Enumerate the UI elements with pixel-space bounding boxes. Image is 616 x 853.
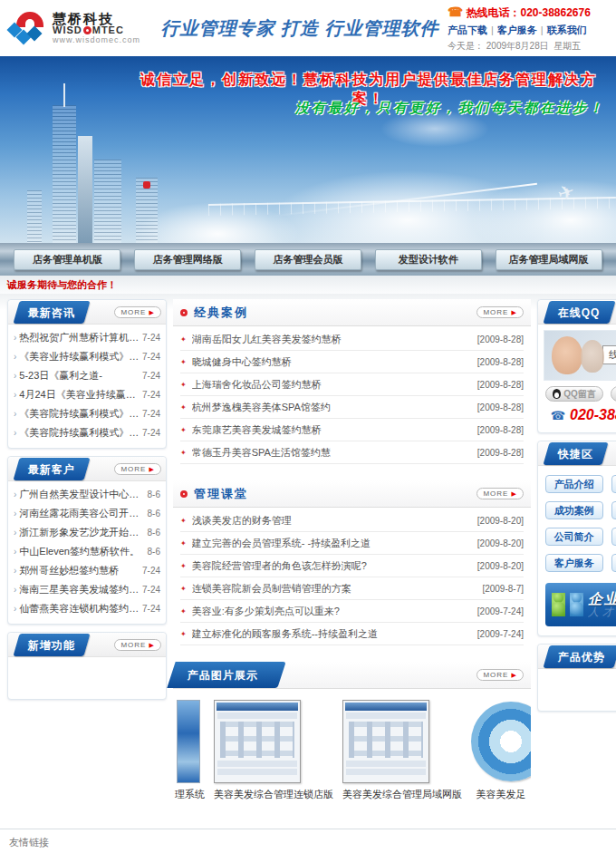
product-thumb[interactable]: 理系统 bbox=[175, 700, 205, 801]
client-item[interactable]: › 中山Eleven签约慧桥软件。 8-6 bbox=[10, 542, 164, 561]
qq-message-button[interactable]: QQ留言 bbox=[611, 386, 616, 402]
phone-icon: ☎ bbox=[551, 409, 565, 422]
classroom-item[interactable]: ✦ 连锁美容院新会员制营销管理的方案 [2009-8-7] bbox=[180, 577, 524, 600]
hero-banner: ✈ 诚信立足，创新致远！慧桥科技为用户提供最佳店务管理解决方案！ 没有最好，只有… bbox=[0, 56, 616, 243]
logo-url: www.wisdomec.com bbox=[53, 36, 140, 44]
hotline: ☎热线电话：020-38862676 bbox=[448, 5, 609, 21]
cases-more-button[interactable]: MORE ▶ bbox=[476, 306, 524, 318]
nav-button[interactable]: 店务管理单机版 bbox=[14, 249, 120, 270]
service-photo: 线上咨询 bbox=[544, 330, 616, 381]
client-item[interactable]: › 海南三星美容美发城签约慧桥 7-24 bbox=[10, 580, 164, 599]
classroom-item[interactable]: ✦ 建立标准化的顾客服务系统--持续盈利之道 [2009-7-24] bbox=[180, 623, 524, 645]
product-image bbox=[177, 700, 200, 783]
quick-button[interactable]: 行业咨讯 bbox=[611, 528, 616, 546]
bullet-icon: ✦ bbox=[180, 426, 187, 434]
product-image bbox=[471, 700, 531, 783]
news-item[interactable]: › 5-23日《赢利之道- 7-24 bbox=[10, 366, 164, 385]
top-links: 产品下载|客户服务|联系我们| bbox=[448, 24, 609, 37]
classroom-item[interactable]: ✦ 美容业:有多少策划亮点可以重来? [2009-7-24] bbox=[180, 600, 524, 623]
bullet-icon: ✦ bbox=[180, 403, 187, 412]
product-thumb[interactable]: 美容美发足 bbox=[471, 700, 531, 801]
gallery-more-button[interactable]: MORE ▶ bbox=[476, 669, 524, 681]
logo-cn: 慧桥科技 bbox=[53, 12, 140, 26]
news-item[interactable]: › 4月24日《美容业持续赢利模式 7-24 bbox=[10, 385, 164, 404]
more-arrow-icon: ▶ bbox=[149, 642, 155, 648]
quick-button[interactable]: 管理课堂 bbox=[611, 501, 616, 519]
quick-button[interactable]: 客户服务 bbox=[545, 554, 603, 572]
product-gallery-section: 产品图片展示 MORE ▶ 理系统 美容美发综合管理连锁店版 bbox=[173, 662, 531, 810]
cases-section: 经典案例 MORE ▶ ✦ 湖南岳阳女儿红美容美发签约慧桥 [2009-8-28… bbox=[173, 299, 531, 471]
clients-tab: 最新客户 bbox=[13, 458, 90, 480]
recruit-banner[interactable]: 企业招聘 人才招聘 bbox=[545, 583, 616, 626]
product-image bbox=[214, 700, 301, 783]
bullet-icon: › bbox=[14, 490, 16, 499]
nav-button[interactable]: 店务管理局域网版 bbox=[496, 249, 602, 270]
bullet-icon: › bbox=[14, 428, 16, 438]
today-date: 今天是： 2009年8月28日 星期五 bbox=[448, 40, 609, 53]
quick-button[interactable]: 产品介绍 bbox=[545, 475, 603, 493]
nav-button[interactable]: 发型设计软件 bbox=[375, 249, 482, 270]
pawn-icon bbox=[570, 593, 583, 616]
logo-icon bbox=[7, 10, 47, 46]
quick-button[interactable]: 公司简介 bbox=[545, 528, 603, 546]
cases-title: 经典案例 bbox=[194, 305, 248, 321]
online-qq-box: 在线QQ 线上咨询 QQ留言 QQ留言 ☎ 020-38868779 bbox=[537, 299, 616, 433]
clients-more-button[interactable]: MORE ▶ bbox=[114, 463, 161, 475]
more-arrow-icon: ▶ bbox=[149, 466, 155, 472]
client-item[interactable]: › 浙江新形象发艺沙龙开始使用慧桥 8-6 bbox=[10, 523, 164, 542]
quick-button[interactable]: 产品下载 bbox=[611, 475, 616, 493]
ring-icon bbox=[180, 309, 188, 316]
bullet-icon: › bbox=[14, 333, 16, 343]
gallery-tab: 产品图片展示 bbox=[167, 662, 285, 688]
bullet-icon: ✦ bbox=[180, 630, 187, 638]
classroom-more-button[interactable]: MORE ▶ bbox=[476, 488, 524, 499]
case-item[interactable]: ✦ 东莞康艺美容美发城签约慧桥 [2009-8-28] bbox=[180, 419, 524, 441]
quick-area-box: 快捷区 产品介绍产品下载成功案例管理课堂公司简介行业咨讯客户服务代理合作 企业招… bbox=[537, 441, 616, 636]
bullet-icon: ✦ bbox=[180, 585, 187, 593]
client-item[interactable]: › 广州自然美发型设计中心开始使用 8-6 bbox=[10, 485, 164, 504]
bullet-icon: ✦ bbox=[180, 562, 187, 570]
product-nav: 店务管理单机版店务管理网络版店务管理会员版发型设计软件店务管理局域网版 bbox=[0, 243, 616, 276]
top-link[interactable]: 产品下载 bbox=[448, 24, 487, 35]
qq-message-button[interactable]: QQ留言 bbox=[545, 386, 603, 402]
news-item[interactable]: › 《美容院持续赢利模式》佛山会议 7-24 bbox=[10, 404, 164, 423]
qq-penguin-icon bbox=[553, 389, 561, 399]
classroom-item[interactable]: ✦ 浅谈美发店的财务管理 [2009-8-20] bbox=[180, 509, 524, 532]
quick-button[interactable]: 代理合作 bbox=[611, 554, 616, 572]
client-item[interactable]: › 郑州哥丝妙想签约慧桥 7-24 bbox=[10, 561, 164, 580]
bullet-icon: › bbox=[14, 371, 16, 381]
news-item[interactable]: › 《美容业持续赢利模式》东莞会议 7-24 bbox=[10, 347, 164, 366]
news-more-button[interactable]: MORE ▶ bbox=[114, 306, 161, 318]
client-item[interactable]: › 河南丝露花雨美容公司开始使用慧 8-6 bbox=[10, 504, 164, 523]
header-right: ☎热线电话：020-38862676 产品下载|客户服务|联系我们| 今天是： … bbox=[448, 5, 609, 53]
logo[interactable]: 慧桥科技 WISDMTEC www.wisdomec.com bbox=[7, 10, 152, 46]
client-item[interactable]: › 仙蕾燕美容连锁机构签约慧桥 7-24 bbox=[10, 599, 164, 618]
hotline-number: 020-38862676 bbox=[520, 6, 590, 19]
bullet-icon: › bbox=[14, 566, 16, 576]
case-item[interactable]: ✦ 常德玉丹美容SPA生活馆签约慧 [2009-8-28] bbox=[180, 441, 524, 464]
top-link[interactable]: 客户服务 bbox=[497, 24, 537, 35]
case-item[interactable]: ✦ 晓城健身中心签约慧桥 [2009-8-28] bbox=[180, 351, 524, 373]
logo-o-icon bbox=[83, 26, 91, 34]
product-thumb[interactable]: 美容美发综合管理局域网版 bbox=[342, 700, 462, 801]
quick-button[interactable]: 成功案例 bbox=[545, 501, 603, 519]
more-arrow-icon: ▶ bbox=[512, 309, 517, 315]
case-item[interactable]: ✦ 湖南岳阳女儿红美容美发签约慧桥 [2009-8-28] bbox=[180, 328, 524, 351]
pawn-icon bbox=[552, 593, 565, 616]
nav-button[interactable]: 店务管理会员版 bbox=[255, 249, 361, 270]
phone-icon: ☎ bbox=[448, 5, 463, 19]
more-arrow-icon: ▶ bbox=[512, 672, 517, 678]
product-thumb[interactable]: 美容美发综合管理连锁店版 bbox=[214, 700, 333, 801]
news-item[interactable]: › 《美容院持续赢利模式》广州座谈 7-24 bbox=[10, 423, 164, 442]
case-item[interactable]: ✦ 杭州梦逸槐美容美体SPA馆签约 [2009-8-28] bbox=[180, 396, 524, 419]
news-item[interactable]: › 热烈祝贺广州慧桥计算机科技有 7-24 bbox=[10, 328, 164, 347]
classroom-item[interactable]: ✦ 建立完善的会员管理系统- -持续盈利之道 [2009-8-20] bbox=[180, 532, 524, 555]
classroom-item[interactable]: ✦ 美容院经营管理者的角色该怎样扮演呢? [2009-8-20] bbox=[180, 555, 524, 577]
qq-phone: ☎ 020-38868779 bbox=[538, 407, 616, 423]
features-more-button[interactable]: MORE ▶ bbox=[114, 639, 161, 651]
news-box: 最新咨讯 MORE ▶ › 热烈祝贺广州慧桥计算机科技有 7-24 › bbox=[7, 299, 167, 449]
top-link[interactable]: 联系我们 bbox=[547, 24, 587, 35]
case-item[interactable]: ✦ 上海瑞舍化妆品公司签约慧桥 [2009-8-28] bbox=[180, 373, 524, 396]
nav-button[interactable]: 店务管理网络版 bbox=[134, 249, 241, 270]
main-content: 最新咨讯 MORE ▶ › 热烈祝贺广州慧桥计算机科技有 7-24 › bbox=[0, 294, 616, 829]
